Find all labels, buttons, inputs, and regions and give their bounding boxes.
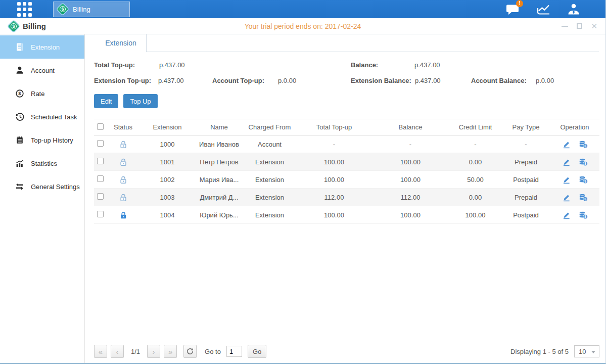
col-charged-from: Charged From <box>243 119 296 135</box>
close-icon[interactable]: ✕ <box>591 23 597 29</box>
sidebar-item-rate[interactable]: $ Rate <box>0 82 84 105</box>
unlocked-icon <box>119 158 127 166</box>
rate-dollar-icon: $ <box>15 89 24 98</box>
edit-icon[interactable] <box>562 193 571 202</box>
cell-extension: 1002 <box>139 171 195 189</box>
billing-app-icon: $ <box>57 4 68 15</box>
cell-charged-from: Account <box>243 135 296 153</box>
page-size-select[interactable]: 10 <box>574 345 599 357</box>
topbar-status-icons: ! <box>506 3 580 16</box>
row-checkbox[interactable] <box>97 158 104 164</box>
window-title-group: $ Billing <box>8 21 46 32</box>
cell-balance: 100.00 <box>372 171 449 189</box>
sidebar-item-scheduled-task[interactable]: Scheduled Task <box>0 105 84 128</box>
next-page-button[interactable]: › <box>147 345 160 358</box>
trial-notice: Your trial period ends on: 2017-02-24 <box>0 22 605 30</box>
select-all-checkbox[interactable] <box>97 123 104 130</box>
row-checkbox[interactable] <box>97 211 104 217</box>
user-account-icon[interactable] <box>567 3 580 15</box>
cell-charged-from: Extension <box>243 153 296 171</box>
window-titlebar: Your trial period ends on: 2017-02-24 $ … <box>0 18 605 34</box>
edit-icon[interactable] <box>562 140 571 149</box>
account-balance-value: p.0.00 <box>536 77 554 84</box>
refresh-button[interactable] <box>183 345 197 358</box>
taskbar-item-label: Billing <box>73 6 90 13</box>
sidebar: Extension Account $ Rate <box>0 34 85 363</box>
cell-name: Дмитрий Д... <box>195 189 243 206</box>
sidebar-item-statistics[interactable]: Statistics <box>0 152 84 175</box>
row-checkbox[interactable] <box>97 140 104 147</box>
cell-balance: 112.00 <box>372 189 449 206</box>
svg-text:$: $ <box>18 90 21 96</box>
total-topup-label: Total Top-up: <box>94 61 135 69</box>
go-button[interactable]: Go <box>248 345 266 358</box>
cell-total-topup: 100.00 <box>296 171 372 189</box>
first-page-button[interactable]: « <box>94 345 107 358</box>
cell-total-topup: 112.00 <box>296 189 372 206</box>
messages-icon[interactable]: ! <box>506 3 520 15</box>
last-page-button[interactable]: » <box>164 345 177 358</box>
topup-coins-icon[interactable]: $ <box>579 175 588 184</box>
col-name: Name <box>195 119 243 135</box>
cell-pay-type: Postpaid <box>502 171 550 189</box>
col-balance: Balance <box>372 119 449 135</box>
window-body: Extension Account $ Rate <box>0 34 605 363</box>
topup-coins-icon[interactable]: $ <box>579 140 588 149</box>
main-content: Extension Total Top-up: p.437.00 Balance… <box>85 34 605 363</box>
sidebar-item-general-settings[interactable]: General Settings <box>0 175 84 198</box>
goto-page-input[interactable] <box>226 346 242 357</box>
summary-row-1: Total Top-up: p.437.00 Balance: p.437.00 <box>94 58 605 74</box>
statistics-bars-icon <box>15 159 24 168</box>
cell-credit-limit: - <box>449 135 502 153</box>
row-checkbox[interactable] <box>97 175 104 182</box>
table-row: 1000 Иван Иванов Account - - - - <box>94 135 599 153</box>
topup-coins-icon[interactable]: $ <box>579 211 588 219</box>
minimize-icon[interactable] <box>562 26 568 27</box>
notification-badge: ! <box>516 0 523 7</box>
topup-coins-icon[interactable]: $ <box>579 193 588 202</box>
col-operation: Operation <box>550 119 599 135</box>
extension-table-wrap: Status Extension Name Charged From Total… <box>94 119 605 224</box>
app-grid-menu-icon[interactable] <box>17 2 32 17</box>
sidebar-item-account[interactable]: Account <box>0 59 84 82</box>
general-settings-arrows-icon <box>15 182 24 191</box>
topup-button[interactable]: Top Up <box>123 94 157 108</box>
prev-page-button[interactable]: ‹ <box>111 345 124 358</box>
table-row: 1003 Дмитрий Д... Extension 112.00 112.0… <box>94 189 599 206</box>
maximize-icon[interactable] <box>577 23 582 29</box>
cell-balance: 100.00 <box>372 206 449 224</box>
cell-name: Петр Петров <box>195 153 243 171</box>
cell-total-topup: 100.00 <box>296 206 372 224</box>
cell-credit-limit: 0.00 <box>449 153 502 171</box>
extension-balance-value: p.437.00 <box>415 77 441 84</box>
billing-title-icon: $ <box>8 21 19 32</box>
col-pay-type: Pay Type <box>502 119 550 135</box>
unlocked-icon <box>119 175 127 184</box>
taskbar-item-billing[interactable]: $ Billing <box>53 2 130 17</box>
sidebar-item-label: Scheduled Task <box>31 113 77 121</box>
tab-strip: Extension <box>94 34 605 52</box>
extension-topup-value: p.437.00 <box>158 77 184 84</box>
sidebar-item-label: Rate <box>31 90 44 98</box>
unlocked-icon <box>119 140 127 149</box>
account-topup-value: p.0.00 <box>278 77 296 84</box>
topup-coins-icon[interactable]: $ <box>579 158 588 166</box>
cell-credit-limit: 50.00 <box>449 171 502 189</box>
edit-icon[interactable] <box>562 211 571 219</box>
sidebar-item-topup-history[interactable]: Top-up History <box>0 128 84 152</box>
edit-icon[interactable] <box>562 175 571 184</box>
edit-icon[interactable] <box>562 158 571 166</box>
edit-button[interactable]: Edit <box>94 94 118 108</box>
row-checkbox[interactable] <box>97 193 104 200</box>
table-row: 1001 Петр Петров Extension 100.00 100.00… <box>94 153 599 171</box>
billing-summary: Total Top-up: p.437.00 Balance: p.437.00… <box>94 52 605 89</box>
total-topup-value: p.437.00 <box>159 61 185 69</box>
tab-extension[interactable]: Extension <box>96 34 147 52</box>
table-row: 1002 Мария Ива... Extension 100.00 100.0… <box>94 171 599 189</box>
svg-text:$: $ <box>584 215 586 219</box>
cell-charged-from: Extension <box>243 189 296 206</box>
summary-row-2: Extension Top-up: p.437.00 Account Top-u… <box>94 74 605 89</box>
sidebar-item-extension[interactable]: Extension <box>0 35 84 59</box>
statistics-chart-icon[interactable] <box>536 3 551 16</box>
extension-balance-label: Extension Balance: <box>351 77 411 84</box>
